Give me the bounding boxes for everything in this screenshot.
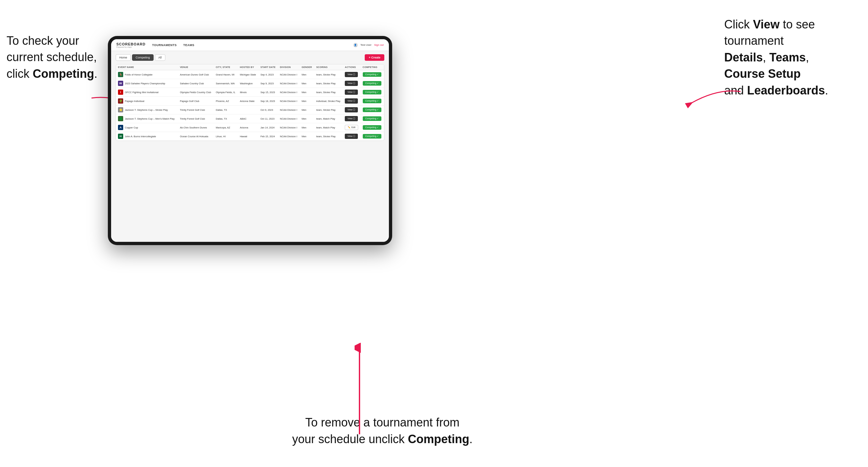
nav-links: TOURNAMENTS TEAMS (152, 42, 353, 48)
table-row: W2023 Sahalee Players ChampionshipSahale… (116, 79, 384, 88)
hosted-by: Hawaii (238, 132, 258, 141)
scoring: team, Match Play (314, 114, 343, 123)
event-name-cell: HJohn A. Burns Intercollegiate (116, 132, 178, 141)
competing-button[interactable]: Competing ✓ (363, 116, 382, 121)
gender: Men (300, 123, 314, 132)
edit-button[interactable]: ✏️ Edit (345, 125, 358, 130)
table: EVENT NAME VENUE CITY, STATE HOSTED BY S… (116, 64, 384, 141)
event-name-wrapper: HJohn A. Burns Intercollegiate (118, 134, 176, 139)
event-name-wrapper: ⭐Jackson T. Stephens Cup – Stroke Play (118, 107, 176, 113)
table-row: ⭐Jackson T. Stephens Cup – Stroke PlayTr… (116, 105, 384, 114)
city-state: Olympia Fields, IL (214, 88, 238, 97)
view-button[interactable]: View ⓘ (345, 98, 358, 103)
event-name-wrapper: ACopper Cup (118, 125, 176, 130)
tablet-screen: SCOREBOARD Powered by clippi TOURNAMENTS… (111, 39, 389, 242)
city-state: Dallas, TX (214, 114, 238, 123)
event-name-wrapper: W2023 Sahalee Players Championship (118, 81, 176, 86)
annotation-right: Click View to seetournamentDetails, Team… (724, 16, 862, 99)
event-name: John A. Burns Intercollegiate (125, 135, 156, 138)
col-venue: VENUE (178, 64, 214, 70)
view-button[interactable]: View ⓘ (345, 81, 358, 86)
table-row: 🌲Jackson T. Stephens Cup – Men's Match P… (116, 114, 384, 123)
division: NCAA Division I (278, 132, 300, 141)
view-button[interactable]: View ⓘ (345, 107, 358, 113)
competing-button[interactable]: Competing ✓ (363, 125, 382, 130)
scoring: team, Stroke Play (314, 88, 343, 97)
scoring: individual, Stroke Play (314, 97, 343, 105)
nav-teams[interactable]: TEAMS (183, 42, 194, 48)
view-button[interactable]: View ⓘ (345, 116, 358, 121)
col-competing: COMPETING (361, 64, 384, 70)
tab-competing[interactable]: Competing (132, 54, 154, 61)
table-row: IOFCC Fighting Illini InvitationalOlympi… (116, 88, 384, 97)
event-name-cell: 🦌Folds of Honor Collegiate (116, 70, 178, 79)
competing-button[interactable]: Competing ✓ (363, 81, 382, 86)
start-date: Jan 14, 2024 (258, 123, 278, 132)
hosted-by: Illinois (238, 88, 258, 97)
event-name: Folds of Honor Collegiate (125, 73, 153, 76)
actions-cell: View ⓘ (343, 97, 361, 105)
tablet-device: SCOREBOARD Powered by clippi TOURNAMENTS… (108, 36, 392, 245)
col-division: DIVISION (278, 64, 300, 70)
city-state: Dallas, TX (214, 105, 238, 114)
team-logo: 🌲 (118, 116, 123, 121)
signout-link[interactable]: Sign out (374, 43, 384, 46)
actions-cell: View ⓘ (343, 79, 361, 88)
competing-cell: Competing ✓ (361, 132, 384, 141)
team-logo: A (118, 125, 123, 130)
start-date: Sep 4, 2023 (258, 70, 278, 79)
venue: Olympia Fields Country Club (178, 88, 214, 97)
venue: Ak-Chin Southern Dunes (178, 123, 214, 132)
competing-button[interactable]: Competing ✓ (363, 99, 382, 103)
nav-right: 👤 Test User Sign out (353, 43, 384, 48)
venue: Trinity Forest Golf Club (178, 114, 214, 123)
col-actions: ACTIONS (343, 64, 361, 70)
arrow-bottom (354, 343, 364, 434)
competing-button[interactable]: Competing ✓ (363, 134, 382, 138)
competing-button[interactable]: Competing ✓ (363, 72, 382, 77)
competing-cell: Competing ✓ (361, 70, 384, 79)
nav-tournaments[interactable]: TOURNAMENTS (152, 42, 177, 48)
competing-button[interactable]: Competing ✓ (363, 107, 382, 112)
event-name: Papago Individual (125, 100, 145, 103)
scoring: team, Stroke Play (314, 79, 343, 88)
tournaments-table: EVENT NAME VENUE CITY, STATE HOSTED BY S… (116, 64, 384, 141)
actions-cell: View ⓘ (343, 70, 361, 79)
col-event-name: EVENT NAME (116, 64, 178, 70)
gender: Men (300, 88, 314, 97)
division: NCAA Division I (278, 114, 300, 123)
gender: Men (300, 97, 314, 105)
tab-all[interactable]: All (155, 54, 165, 61)
competing-cell: Competing ✓ (361, 97, 384, 105)
col-city-state: CITY, STATE (214, 64, 238, 70)
view-button[interactable]: View ⓘ (345, 90, 358, 95)
start-date: Sep 9, 2023 (258, 79, 278, 88)
event-name-cell: 🌵Papago Individual (116, 97, 178, 105)
view-button[interactable]: View ⓘ (345, 72, 358, 77)
view-button[interactable]: View ⓘ (345, 134, 358, 139)
annotation-bottom: To remove a tournament fromyour schedule… (268, 414, 497, 447)
scoring: team, Stroke Play (314, 105, 343, 114)
gender: Men (300, 79, 314, 88)
event-name-cell: W2023 Sahalee Players Championship (116, 79, 178, 88)
event-name-wrapper: 🌲Jackson T. Stephens Cup – Men's Match P… (118, 116, 176, 121)
tab-home[interactable]: Home (116, 54, 131, 61)
event-name-cell: 🌲Jackson T. Stephens Cup – Men's Match P… (116, 114, 178, 123)
division: NCAA Division I (278, 123, 300, 132)
competing-button[interactable]: Competing ✓ (363, 90, 382, 94)
team-logo: W (118, 81, 123, 86)
division: NCAA Division I (278, 105, 300, 114)
table-body: 🦌Folds of Honor CollegiateAmerican Dunes… (116, 70, 384, 141)
start-date: Oct 9, 2023 (258, 105, 278, 114)
logo-area: SCOREBOARD Powered by clippi (116, 42, 146, 48)
col-gender: GENDER (300, 64, 314, 70)
navbar: SCOREBOARD Powered by clippi TOURNAMENTS… (111, 39, 389, 51)
hosted-by: Arizona (238, 123, 258, 132)
city-state: Sammamish, WA (214, 79, 238, 88)
venue: Ocean Course At Hokuala (178, 132, 214, 141)
create-button[interactable]: + Create (365, 54, 384, 61)
logo-text: SCOREBOARD (116, 42, 146, 46)
table-row: 🌵Papago IndividualPapago Golf ClubPhoeni… (116, 97, 384, 105)
table-row: ACopper CupAk-Chin Southern DunesMaricop… (116, 123, 384, 132)
event-name-wrapper: 🌵Papago Individual (118, 98, 176, 103)
